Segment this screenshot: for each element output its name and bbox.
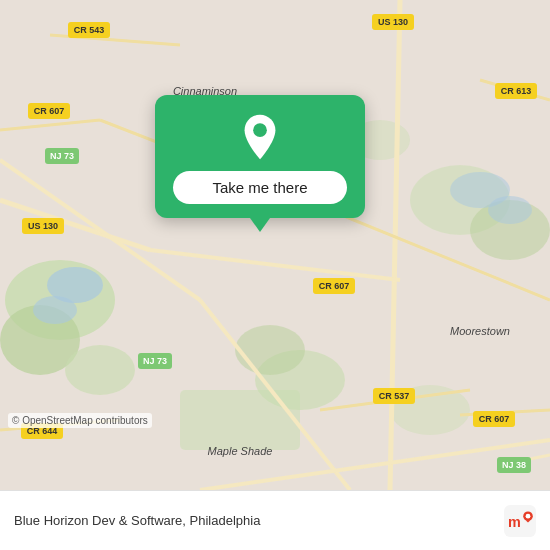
app-info-text: Blue Horizon Dev & Software, Philadelphi… xyxy=(14,513,504,528)
svg-text:CR 607: CR 607 xyxy=(34,106,65,116)
svg-text:CR 537: CR 537 xyxy=(379,391,410,401)
bottom-bar: Blue Horizon Dev & Software, Philadelphi… xyxy=(0,490,550,550)
take-me-there-button[interactable]: Take me there xyxy=(173,171,347,204)
svg-text:CR 607: CR 607 xyxy=(319,281,350,291)
svg-text:NJ 73: NJ 73 xyxy=(143,356,167,366)
svg-text:NJ 38: NJ 38 xyxy=(502,460,526,470)
svg-point-64 xyxy=(526,513,531,518)
svg-point-12 xyxy=(33,296,77,324)
svg-point-59 xyxy=(253,123,267,137)
svg-point-3 xyxy=(65,345,135,395)
svg-text:Moorestown: Moorestown xyxy=(450,325,510,337)
svg-text:m: m xyxy=(508,514,521,530)
location-pin-icon xyxy=(236,113,284,161)
moovit-logo-icon: m xyxy=(504,505,536,537)
moovit-logo: m xyxy=(504,505,536,537)
svg-text:Maple Shade: Maple Shade xyxy=(208,445,273,457)
svg-text:CR 543: CR 543 xyxy=(74,25,105,35)
svg-point-5 xyxy=(235,325,305,375)
svg-text:NJ 73: NJ 73 xyxy=(50,151,74,161)
popup-card: Take me there xyxy=(155,95,365,218)
svg-text:US 130: US 130 xyxy=(28,221,58,231)
map-container: CR 543 US 130 CR 607 NJ 73 CR 607 CR 613… xyxy=(0,0,550,490)
svg-text:CR 613: CR 613 xyxy=(501,86,532,96)
osm-credit: © OpenStreetMap contributors xyxy=(8,413,152,428)
svg-point-14 xyxy=(488,196,532,224)
svg-text:CR 607: CR 607 xyxy=(479,414,510,424)
svg-text:US 130: US 130 xyxy=(378,17,408,27)
svg-rect-9 xyxy=(180,390,300,450)
